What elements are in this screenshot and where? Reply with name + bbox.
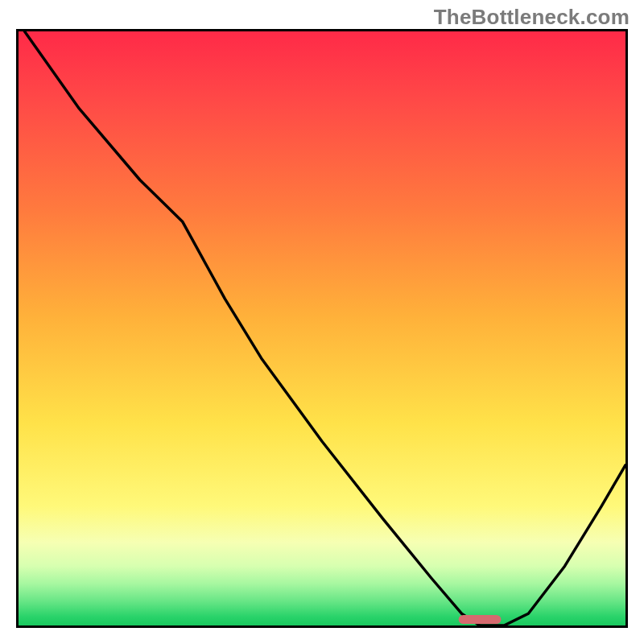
watermark-text: TheBottleneck.com (434, 5, 630, 30)
chart-frame (16, 29, 628, 628)
bottleneck-curve (25, 31, 625, 625)
chart-svg-layer (19, 31, 625, 625)
minimum-marker (459, 615, 502, 624)
